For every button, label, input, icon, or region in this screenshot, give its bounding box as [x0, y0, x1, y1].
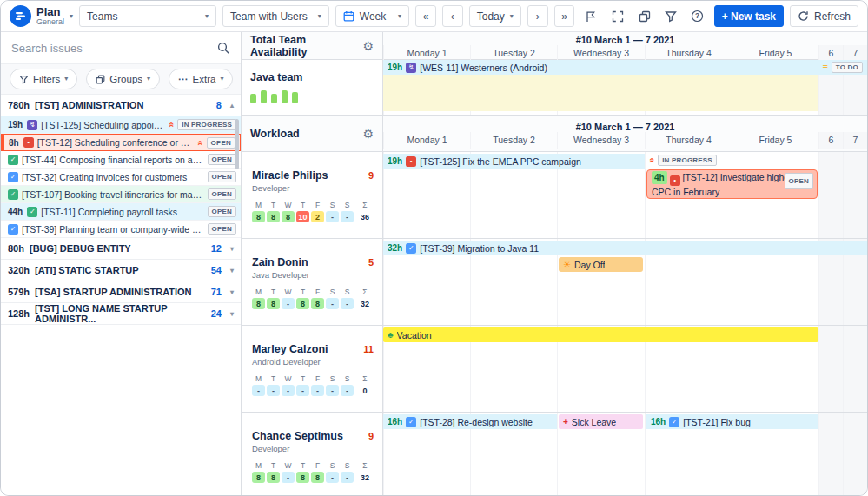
availability-title: Total Team Availability	[250, 34, 362, 58]
task-icon: ✓	[8, 172, 18, 182]
availability-forecast-block[interactable]	[383, 75, 818, 111]
availability-timeline: 19h ↯ [WES-11] Westerners (Android) ≡ TO…	[383, 60, 867, 115]
day-header: Thursday 4	[645, 132, 732, 149]
project-count: 8	[216, 100, 222, 110]
sidebar-scrollbar[interactable]	[235, 119, 239, 169]
groups-label: Groups	[109, 74, 142, 84]
bar-label: [WES-11] Westerners (Android)	[420, 63, 547, 73]
project-count: 71	[211, 287, 222, 297]
bar-hours: 32h	[388, 243, 402, 253]
workload-table: MTWTFSSΣ 88-88--32	[252, 288, 374, 309]
calendar-icon	[343, 10, 354, 22]
user-timeline: 32h ✓ [TST-39] Migration to Java 11 ☀ Da…	[383, 239, 867, 325]
jump-forward-button[interactable]: »	[554, 5, 575, 27]
project-group-header[interactable]: 128h [TST] LONG NAME STARTUP ADMINISTR..…	[1, 303, 241, 325]
gear-icon[interactable]: ⚙	[362, 39, 374, 53]
timescale-select[interactable]: Week ▾	[335, 5, 409, 27]
user-card[interactable]: Miracle Philips 9 Developer MTWTFSSΣ 888…	[242, 152, 383, 238]
project-name: [ATI] STATIC STARTUP	[35, 265, 139, 275]
new-task-label: + New task	[722, 10, 776, 23]
task-icon: ✓	[8, 224, 18, 235]
task-label: [TST-44] Composing financial reports on …	[22, 155, 204, 165]
filters-button[interactable]: Filters ▾	[10, 69, 77, 89]
vacation-bar[interactable]: ♣ Vacation	[383, 327, 818, 342]
copy-icon[interactable]	[634, 5, 655, 27]
filter-icon[interactable]	[660, 5, 681, 27]
user-card[interactable]: Chance Septimus 9 Developer MTWTFSSΣ 88-…	[242, 413, 383, 495]
task-row[interactable]: 44h ✓ [TST-11] Completing payroll tasks …	[1, 203, 241, 221]
bar-label: [TST-21] Fix bug	[683, 417, 751, 427]
task-label: [TST-12] Scheduling conference or meetin…	[37, 137, 195, 148]
day-header: 7	[843, 132, 867, 149]
jump-back-button[interactable]: «	[415, 5, 436, 27]
project-group-header[interactable]: 80h [BUG] DEBUG ENTITY 12 ▾	[1, 238, 241, 260]
day-header: Tuesday 2	[470, 132, 557, 149]
task-icon: ✓	[669, 417, 679, 427]
next-period-button[interactable]: ›	[527, 5, 548, 27]
day-off-bar[interactable]: ☀ Day Off	[559, 257, 643, 272]
task-row[interactable]: ✓ [TST-32] Creating invoices for custome…	[1, 169, 241, 186]
app-logo[interactable]: Plan General ▾	[10, 5, 73, 27]
task-hours: 44h	[8, 207, 23, 216]
today-button[interactable]: Today ▾	[469, 5, 521, 27]
user-timeline: 16h ✓ [TST-28] Re-design website + Sick …	[383, 413, 867, 495]
bar-label: [TST-125] Fix the EMEA PPC campaign	[420, 156, 581, 167]
task-bar[interactable]: 16h ✓ [TST-28] Re-design website	[383, 414, 557, 429]
task-icon: ✓	[406, 243, 416, 254]
user-task-count: 9	[368, 170, 374, 181]
search-input[interactable]	[11, 42, 210, 55]
extra-label: Extra	[193, 74, 216, 84]
chevron-down-icon: ▾	[230, 288, 234, 296]
topbar: Plan General ▾ Teams ▾ Team with Users ▾…	[1, 1, 867, 32]
view-mode-select[interactable]: Team with Users ▾	[222, 5, 329, 27]
team-card[interactable]: Java team	[242, 60, 383, 115]
task-bar-overdue[interactable]: OPEN 4h • [TST-12] Investigate higher CP…	[646, 169, 818, 199]
new-task-button[interactable]: + New task	[714, 5, 784, 27]
task-row[interactable]: ✓ [TST-39] Planning team or company-wide…	[1, 221, 241, 238]
user-card[interactable]: Marley Calzoni 11 Android Developer MTWT…	[242, 326, 383, 412]
user-card[interactable]: Zain Donin 5 Java Developer MTWTFSSΣ 88-…	[242, 239, 383, 325]
status-badge: OPEN	[208, 188, 236, 200]
fullscreen-icon[interactable]	[607, 5, 628, 27]
task-icon: ✓	[8, 189, 18, 200]
prev-period-button[interactable]: ‹	[442, 5, 463, 27]
day-header: Wednesday 3	[557, 132, 645, 149]
bar-hours: 19h	[388, 63, 402, 72]
help-icon[interactable]: ?	[687, 5, 708, 27]
workload-table: MTWTFSSΣ 88-88--32	[252, 461, 374, 483]
task-row[interactable]: ✓ [TST-107] Booking travel itineraries f…	[1, 186, 241, 203]
team-task-bar[interactable]: 19h ↯ [WES-11] Westerners (Android) ≡ TO…	[383, 60, 867, 75]
task-row[interactable]: ✓ [TST-44] Composing financial reports o…	[1, 151, 241, 169]
task-bar[interactable]: 19h • [TST-125] Fix the EMEA PPC campaig…	[383, 154, 645, 169]
project-group-header[interactable]: 320h [ATI] STATIC STARTUP 54 ▾	[1, 260, 241, 281]
teams-select[interactable]: Teams ▾	[79, 5, 216, 27]
task-label: [TST-125] Scheduling appointments for...	[41, 120, 165, 130]
user-task-count: 9	[368, 431, 374, 441]
status-badge: TO DO	[832, 62, 863, 73]
svg-text:?: ?	[695, 12, 699, 20]
project-group-header[interactable]: 780h [TST] ADMINISTRATION 8 ▴	[1, 95, 241, 116]
task-row[interactable]: 19h ↯ [TST-125] Scheduling appointments …	[1, 116, 241, 134]
task-row-selected[interactable]: 8h • [TST-12] Scheduling conference or m…	[1, 134, 241, 151]
flag-icon[interactable]	[580, 5, 601, 27]
epic-icon: ↯	[27, 120, 37, 130]
task-bar[interactable]: 16h ✓ [TST-21] Fix bug	[646, 414, 818, 429]
extra-button[interactable]: ⋯ Extra ▾	[169, 69, 233, 89]
user-task-count: 5	[368, 257, 374, 268]
gear-icon[interactable]: ⚙	[362, 127, 374, 141]
task-bar[interactable]: 32h ✓ [TST-39] Migration to Java 11	[383, 241, 867, 255]
search-icon[interactable]	[217, 42, 230, 55]
workload-values: -------0	[252, 385, 374, 396]
day-header: 6	[818, 132, 843, 149]
bar-label: [TST-28] Re-design website	[420, 417, 533, 427]
project-group-header[interactable]: 579h [TSA] STARTUP ADMINISTRATION 71 ▾	[1, 281, 241, 303]
status-badge: OPEN	[208, 223, 236, 235]
main-panel: Total Team Availability ⚙ #10 March 1 — …	[242, 32, 867, 495]
availability-header: Total Team Availability ⚙ #10 March 1 — …	[242, 32, 867, 60]
user-name: Zain Donin	[252, 256, 308, 268]
search-bar	[1, 32, 241, 64]
groups-button[interactable]: Groups ▾	[86, 69, 160, 89]
sick-leave-bar[interactable]: + Sick Leave	[559, 414, 643, 429]
refresh-button[interactable]: Refresh	[790, 5, 858, 27]
project-name: [TST] ADMINISTRATION	[35, 100, 143, 110]
